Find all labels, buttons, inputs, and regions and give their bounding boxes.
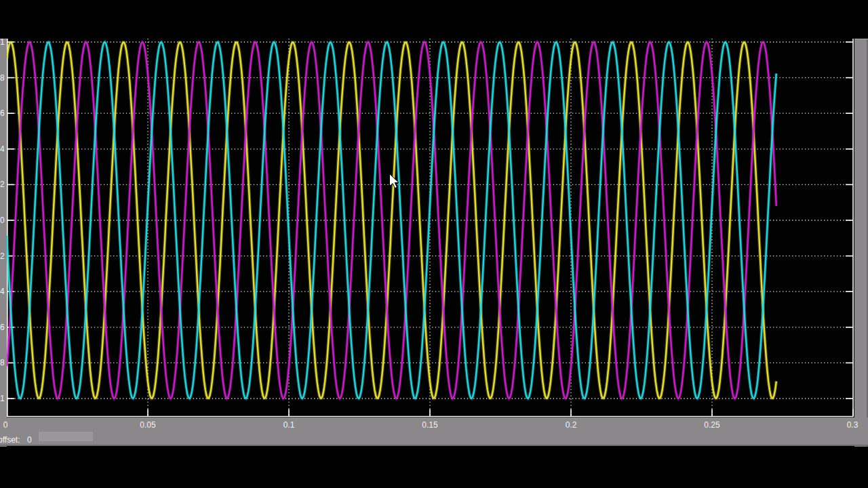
y-tick-label: 6 <box>0 323 6 331</box>
y-tick-label: 6 <box>0 109 6 117</box>
x-tick-label: 0.1 <box>283 420 295 430</box>
window-frame-right <box>854 39 868 447</box>
offset-value: 0 <box>27 435 32 445</box>
y-tick-label: 1 <box>0 38 6 46</box>
x-tick-label: 0.3 <box>847 420 859 430</box>
plot-area[interactable] <box>7 39 854 418</box>
x-tick-label: 0.2 <box>566 420 577 430</box>
status-field <box>39 432 93 441</box>
y-tick-label: 1 <box>0 394 6 403</box>
y-tick-label: 8 <box>0 359 6 367</box>
y-tick-label: 8 <box>0 74 6 82</box>
y-tick-label: 2 <box>0 252 6 260</box>
y-tick-label: 4 <box>0 145 6 153</box>
offset-label: offset: <box>0 435 20 445</box>
x-tick-label: 0.15 <box>422 420 437 430</box>
y-tick-label: 2 <box>0 180 6 188</box>
y-tick-label: 0 <box>0 216 6 224</box>
x-tick-label: 0 <box>3 420 8 430</box>
x-tick-label: 0.05 <box>140 420 155 430</box>
window-frame-left <box>0 39 7 447</box>
mouse-cursor-icon <box>389 174 400 190</box>
waveform-chart <box>7 39 854 418</box>
x-tick-label: 0.25 <box>704 420 719 430</box>
scope-window: 1864202468100.050.10.150.20.250.3 offset… <box>0 0 868 488</box>
y-tick-label: 4 <box>0 287 6 296</box>
